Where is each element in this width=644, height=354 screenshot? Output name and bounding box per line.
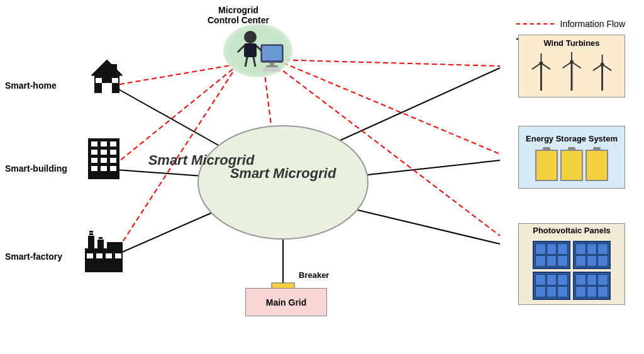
svg-rect-52 [87, 253, 93, 258]
svg-rect-17 [244, 43, 257, 57]
svg-rect-47 [88, 236, 94, 251]
svg-marker-27 [91, 60, 123, 75]
svg-line-11 [277, 60, 500, 66]
svg-line-70 [593, 64, 602, 70]
svg-point-16 [244, 31, 257, 43]
svg-rect-54 [106, 253, 112, 258]
svg-rect-35 [101, 141, 107, 147]
svg-rect-23 [262, 46, 282, 60]
battery-1 [535, 150, 558, 181]
svg-line-66 [572, 62, 581, 68]
svg-rect-50 [89, 231, 93, 233]
svg-rect-34 [91, 141, 97, 147]
storage-title: Energy Storage System [526, 134, 618, 143]
svg-rect-49 [89, 233, 93, 235]
battery-2 [560, 150, 583, 181]
svg-rect-39 [110, 150, 116, 155]
pv-panel-2 [573, 241, 611, 269]
pv-panel-1 [533, 241, 570, 269]
pv-panel-3 [533, 272, 570, 300]
energy-storage-box: Energy Storage System [518, 126, 625, 189]
smart-factory-label: Smart-factory [5, 252, 62, 262]
svg-rect-26 [263, 68, 280, 72]
svg-rect-56 [107, 242, 123, 251]
svg-rect-43 [91, 166, 97, 171]
svg-rect-48 [97, 240, 104, 251]
smart-home-label: Smart-home [5, 80, 57, 91]
svg-rect-41 [101, 158, 107, 163]
main-grid-label: Main Grid [266, 297, 307, 307]
svg-rect-44 [101, 166, 107, 171]
svg-rect-37 [91, 150, 97, 155]
svg-line-61 [541, 63, 550, 69]
wind-turbines-box: Wind Turbines [518, 35, 625, 97]
svg-rect-40 [91, 158, 97, 163]
factory-icon [82, 230, 126, 276]
battery-3 [586, 150, 608, 181]
person-computer-svg [226, 26, 289, 76]
svg-line-60 [532, 63, 541, 69]
svg-rect-46 [85, 248, 123, 272]
building-icon [85, 135, 123, 182]
svg-rect-31 [112, 78, 118, 83]
legend-info-flow: Information Flow [516, 19, 625, 29]
svg-rect-32 [112, 64, 117, 73]
pv-title: Photovoltaic Panels [533, 226, 611, 235]
svg-line-65 [562, 62, 572, 68]
smart-building-label: Smart-building [5, 163, 67, 174]
svg-rect-38 [101, 150, 107, 155]
mcc-person-icon [223, 24, 292, 77]
pv-box: Photovoltaic Panels [518, 223, 625, 305]
breaker-label: Breaker [299, 270, 329, 280]
svg-rect-36 [110, 141, 116, 147]
svg-rect-24 [270, 62, 274, 65]
svg-rect-53 [96, 253, 103, 258]
svg-rect-45 [110, 166, 116, 171]
diagram-container: Smart Microgrid Information Flow Energy … [0, 0, 644, 354]
house-icon [88, 57, 126, 97]
wind-turbines-title: Wind Turbines [543, 38, 599, 48]
main-grid-box: Main Grid [245, 288, 327, 316]
info-flow-line [516, 23, 554, 25]
info-flow-label: Information Flow [560, 19, 625, 29]
svg-line-3 [324, 68, 500, 148]
svg-rect-29 [102, 83, 112, 93]
pv-panel-4 [573, 272, 611, 300]
svg-rect-30 [96, 78, 102, 83]
svg-line-21 [253, 57, 255, 67]
svg-point-15 [198, 126, 368, 239]
svg-rect-55 [115, 253, 121, 258]
svg-rect-51 [99, 237, 103, 239]
svg-line-18 [238, 46, 244, 52]
mcc-label: Microgrid Control Center [208, 5, 269, 25]
svg-line-71 [602, 64, 612, 70]
wind-turbines-svg [525, 51, 619, 94]
svg-line-20 [245, 57, 247, 67]
pv-panels [530, 238, 613, 302]
battery-icons [535, 150, 608, 181]
svg-rect-42 [110, 158, 116, 163]
svg-rect-25 [266, 65, 278, 67]
